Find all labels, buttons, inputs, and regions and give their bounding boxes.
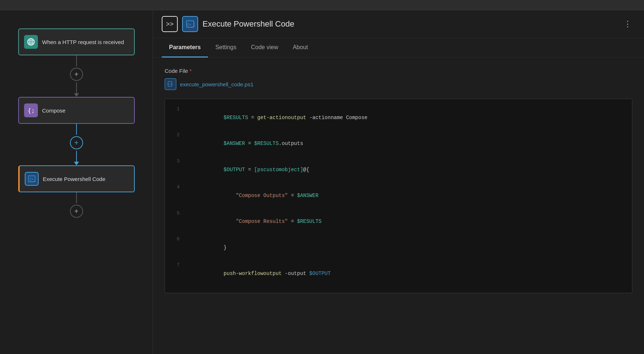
compose-node[interactable]: {;} Compose <box>18 97 135 124</box>
compose-icon: {;} <box>24 103 38 117</box>
right-panel: >> {>_} Execute Powershell Code ⋮ Parame… <box>153 10 644 354</box>
left-panel: When a HTTP request is received + {;} Co… <box>0 10 153 354</box>
svg-text:{>_}: {>_} <box>187 23 195 27</box>
line-3 <box>76 124 77 135</box>
connector-3: + <box>70 192 83 219</box>
action-icon-badge: {>_} <box>182 16 198 32</box>
required-star: * <box>189 68 192 74</box>
execute-icon: {>_} <box>25 172 39 186</box>
connector-1: + <box>70 55 83 97</box>
skip-button[interactable]: >> <box>162 16 178 32</box>
svg-text:</>: </> <box>168 83 173 86</box>
execute-node-label: Execute Powershell Code <box>43 175 106 183</box>
compose-node-label: Compose <box>42 107 66 114</box>
arrow-2 <box>74 162 79 165</box>
add-btn-3[interactable]: + <box>70 205 83 218</box>
code-line-2: 2 $ANSWER = $RESULTS.outputs <box>165 131 632 157</box>
main-content: When a HTTP request is received + {;} Co… <box>0 10 644 354</box>
connector-2: + <box>70 124 83 165</box>
execute-node[interactable]: {>_} Execute Powershell Code <box>18 165 135 192</box>
code-line-5: 5 "Compose Results" = $RESULTS <box>165 209 632 235</box>
line-2 <box>76 82 77 93</box>
code-file-label: Code File* <box>165 68 632 74</box>
file-link[interactable]: execute_powershell_code.ps1 <box>180 81 254 87</box>
add-btn-1[interactable]: + <box>70 68 83 81</box>
svg-text:{>_}: {>_} <box>29 177 35 181</box>
code-line-1: 1 $RESULTS = get-actionoutput -actionnam… <box>165 105 632 131</box>
flow-container: When a HTTP request is received + {;} Co… <box>0 17 153 219</box>
file-link-row: </> execute_powershell_code.ps1 <box>165 78 632 90</box>
line-5 <box>76 192 77 203</box>
add-btn-2[interactable]: + <box>70 136 83 149</box>
line-1 <box>76 55 77 66</box>
arrow-1 <box>74 93 79 97</box>
svg-text:{;}: {;} <box>27 107 35 114</box>
tab-about[interactable]: About <box>286 38 315 58</box>
panel-header: >> {>_} Execute Powershell Code ⋮ <box>153 10 644 38</box>
code-line-4: 4 "Compose Outputs" = $ANSWER <box>165 183 632 209</box>
top-bar <box>0 0 644 10</box>
tab-settings[interactable]: Settings <box>208 38 244 58</box>
http-node-label: When a HTTP request is received <box>42 38 124 46</box>
http-node[interactable]: When a HTTP request is received <box>18 28 135 55</box>
code-line-3: 3 $OUTPUT = [pscustomobject]@{ <box>165 157 632 183</box>
panel-body: Code File* </> execute_powershell_code.p… <box>153 58 644 354</box>
tab-code-view[interactable]: Code view <box>244 38 286 58</box>
line-4 <box>76 151 77 162</box>
code-editor[interactable]: 1 $RESULTS = get-actionoutput -actionnam… <box>165 99 632 293</box>
skip-icon: >> <box>166 20 173 28</box>
code-line-6: 6 } <box>165 235 632 261</box>
code-line-7: 7 push-workflowoutput -output $OUTPUT <box>165 261 632 287</box>
panel-title: Execute Powershell Code <box>203 19 616 29</box>
more-button[interactable]: ⋮ <box>621 18 635 30</box>
tab-parameters[interactable]: Parameters <box>162 38 208 58</box>
file-icon: </> <box>165 78 176 90</box>
tabs-bar: Parameters Settings Code view About <box>153 38 644 58</box>
http-icon <box>24 35 38 49</box>
